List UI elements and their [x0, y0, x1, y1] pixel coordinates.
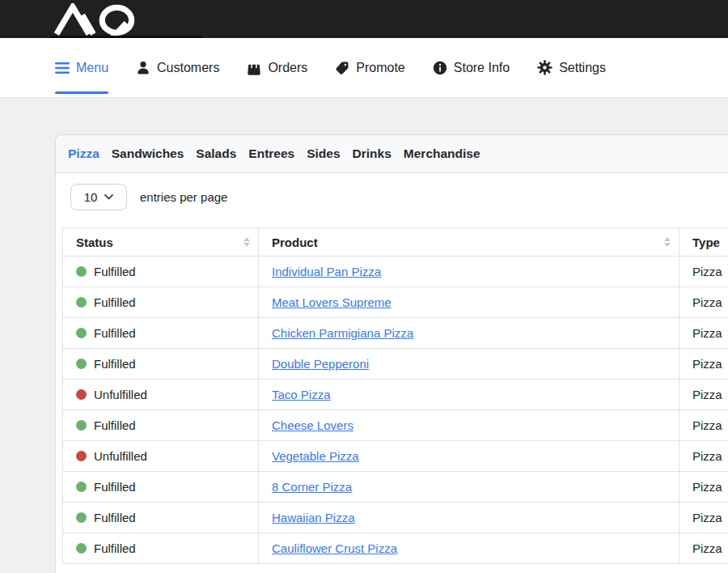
status-label: Fulfilled [94, 357, 136, 371]
sort-up-arrow [243, 237, 250, 241]
status-cell-inner: Unfulfilled [76, 449, 245, 463]
status-label: Unfulfilled [94, 388, 147, 401]
table-row: FulfilledMeat Lovers SupremePizza [63, 287, 728, 318]
status-cell-inner: Fulfilled [76, 295, 245, 309]
shopping-bag-icon [247, 61, 261, 75]
status-cell-inner: Fulfilled [76, 357, 245, 371]
nav-item-label: Promote [356, 61, 404, 75]
product-link[interactable]: Cauliflower Crust Pizza [272, 541, 397, 555]
product-cell: Double Pepperoni [259, 349, 679, 380]
status-label: Unfulfilled [94, 449, 147, 463]
status-dot-icon [76, 451, 87, 461]
tab-drinks[interactable]: Drinks [353, 146, 392, 161]
info-icon [433, 61, 447, 75]
product-cell: Cauliflower Crust Pizza [259, 533, 679, 564]
category-tabs: PizzaSandwichesSaladsEntreesSidesDrinksM… [56, 135, 728, 173]
aiq-logo [49, 3, 144, 36]
status-label: Fulfilled [94, 480, 136, 494]
gear-icon [537, 60, 552, 75]
status-cell: Fulfilled [63, 257, 259, 287]
table-row: FulfilledCheese LoversPizza [63, 410, 728, 441]
product-cell: Hawaiian Pizza [259, 503, 679, 533]
nav-item-customers[interactable]: Customers [136, 38, 219, 97]
table-row: FulfilledChicken Parmigiana PizzaPizza [63, 318, 728, 349]
product-cell: Cheese Lovers [259, 410, 679, 441]
hamburger-icon [55, 62, 70, 74]
tab-merchandise[interactable]: Merchandise [404, 146, 480, 161]
nav-item-label: Settings [559, 61, 606, 75]
entries-per-page-select[interactable]: 10 [70, 184, 127, 210]
status-dot-icon [76, 543, 87, 554]
status-label: Fulfilled [94, 418, 136, 432]
type-cell: Pizza [679, 503, 728, 533]
nav-item-label: Customers [157, 61, 219, 75]
nav-item-orders[interactable]: Orders [247, 38, 307, 97]
status-cell-inner: Fulfilled [76, 326, 245, 340]
table-row: Fulfilled8 Corner PizzaPizza [63, 472, 728, 503]
table-header-row: StatusProductType [63, 228, 728, 257]
nav-item-promote[interactable]: Promote [335, 38, 404, 97]
products-table: StatusProductType FulfilledIndividual Pa… [62, 227, 728, 564]
nav-item-label: Menu [76, 61, 108, 75]
column-label: Type [692, 236, 720, 249]
product-link[interactable]: Cheese Lovers [272, 418, 353, 432]
nav-item-store-info[interactable]: Store Info [433, 38, 510, 97]
type-cell: Pizza [679, 257, 728, 287]
sort-down-arrow [664, 243, 671, 247]
sort-icon [664, 237, 671, 247]
status-cell: Fulfilled [63, 503, 259, 533]
product-link[interactable]: 8 Corner Pizza [272, 480, 352, 494]
status-dot-icon [76, 482, 87, 492]
table-body: FulfilledIndividual Pan PizzaPizzaFulfil… [63, 257, 728, 564]
tab-pizza[interactable]: Pizza [68, 146, 99, 161]
status-cell: Fulfilled [63, 533, 259, 564]
status-cell-inner: Fulfilled [76, 511, 245, 524]
table-row: FulfilledIndividual Pan PizzaPizza [63, 257, 728, 287]
product-link[interactable]: Double Pepperoni [272, 357, 369, 371]
nav-item-settings[interactable]: Settings [537, 38, 606, 97]
status-cell: Fulfilled [63, 318, 259, 349]
status-label: Fulfilled [94, 265, 136, 278]
table-row: UnfulfilledVegetable PizzaPizza [63, 441, 728, 472]
table-row: UnfulfilledTaco PizzaPizza [63, 380, 728, 410]
tab-entrees[interactable]: Entrees [248, 146, 294, 161]
column-header-status[interactable]: Status [63, 228, 259, 257]
status-cell-inner: Unfulfilled [76, 388, 245, 401]
table-row: FulfilledHawaiian PizzaPizza [63, 503, 728, 533]
nav-active-underline [55, 91, 108, 94]
nav-item-menu[interactable]: Menu [55, 38, 108, 97]
product-link[interactable]: Individual Pan Pizza [272, 265, 381, 278]
type-cell: Pizza [679, 441, 728, 472]
product-link[interactable]: Hawaiian Pizza [272, 511, 355, 524]
tab-sides[interactable]: Sides [307, 146, 340, 161]
status-label: Fulfilled [94, 541, 136, 555]
type-cell: Pizza [679, 349, 728, 380]
product-link[interactable]: Vegetable Pizza [272, 449, 359, 463]
sort-up-arrow [664, 237, 671, 241]
chevron-down-icon [104, 194, 113, 200]
column-label: Product [272, 236, 318, 249]
status-dot-icon [76, 328, 87, 338]
sort-icon [243, 237, 250, 247]
product-link[interactable]: Taco Pizza [272, 388, 331, 401]
status-cell: Unfulfilled [63, 441, 259, 472]
status-cell-inner: Fulfilled [76, 480, 245, 494]
column-header-type[interactable]: Type [679, 228, 728, 257]
status-cell: Fulfilled [63, 472, 259, 503]
tab-salads[interactable]: Salads [196, 146, 236, 161]
status-cell: Fulfilled [63, 349, 259, 380]
column-header-product[interactable]: Product [259, 228, 679, 257]
nav-item-label: Store Info [454, 61, 510, 75]
status-cell: Unfulfilled [63, 380, 259, 410]
page-background: PizzaSandwichesSaladsEntreesSidesDrinksM… [0, 98, 728, 573]
product-cell: 8 Corner Pizza [259, 472, 679, 503]
type-cell: Pizza [679, 318, 728, 349]
tab-sandwiches[interactable]: Sandwiches [112, 146, 184, 161]
product-link[interactable]: Meat Lovers Supreme [272, 295, 392, 309]
status-cell: Fulfilled [63, 410, 259, 441]
status-cell-inner: Fulfilled [76, 265, 245, 278]
product-link[interactable]: Chicken Parmigiana Pizza [272, 326, 413, 340]
column-header-inner: Type [692, 236, 728, 249]
status-dot-icon [76, 512, 87, 523]
product-cell: Taco Pizza [259, 380, 679, 410]
